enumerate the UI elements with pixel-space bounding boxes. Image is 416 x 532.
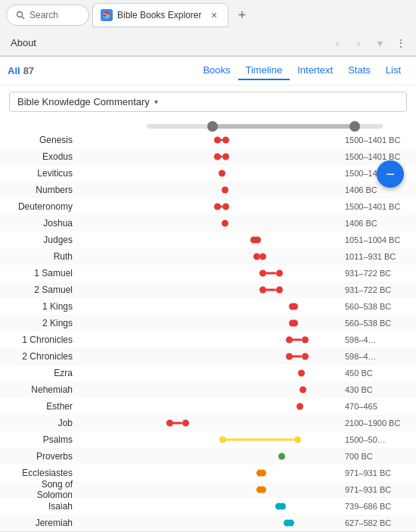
nav-back-button[interactable]: ‹: [328, 34, 346, 52]
dropdown-label: Bible Knowledge Commentary: [17, 96, 150, 107]
book-name-label: Exodus: [3, 151, 79, 162]
tab-stats[interactable]: Stats: [340, 61, 378, 80]
book-name-label: Esther: [3, 401, 79, 412]
slider-fill: [213, 124, 354, 129]
book-name-label: Isaiah: [3, 501, 79, 512]
zoom-out-button[interactable]: −: [377, 160, 404, 188]
timeline-bar-area: [79, 349, 342, 364]
timeline-dot-left: [259, 270, 266, 277]
table-row[interactable]: Numbers1406 BC: [0, 182, 416, 198]
timeline-bar-area: [79, 199, 342, 214]
timeline-bar-area: [79, 232, 342, 247]
timeline-dot-right: [291, 303, 298, 310]
range-slider[interactable]: [147, 124, 383, 129]
active-tab-label: Bible Books Explorer: [117, 10, 203, 20]
search-tab-label: Search: [29, 10, 58, 20]
nav-more-button[interactable]: ⋮: [392, 34, 410, 52]
timeline-bar-area: [79, 399, 342, 414]
timeline-bar-area: [79, 332, 342, 347]
timeline-dot-right: [222, 137, 229, 144]
nav-forward-button[interactable]: ›: [349, 34, 368, 52]
table-row[interactable]: 2 Kings560–538 BC: [0, 315, 416, 331]
book-name-label: Proverbs: [3, 451, 79, 462]
date-label: 1500–50…: [345, 435, 413, 444]
table-row[interactable]: Job2100–1900 BC: [0, 415, 416, 431]
timeline-dot-right: [222, 204, 229, 210]
timeline-dot-right: [259, 487, 266, 493]
timeline-bar-area: [79, 216, 342, 231]
all-filter[interactable]: All 87: [8, 65, 34, 76]
new-tab-button[interactable]: +: [231, 5, 253, 26]
table-row[interactable]: Song of Solomon971–931 BC: [0, 481, 416, 498]
timeline-container[interactable]: − Genesis1500–1401 BCExodus1500–1401 BCL…: [0, 118, 416, 532]
tab-list[interactable]: List: [378, 61, 408, 80]
table-row[interactable]: Nehemiah430 BC: [0, 381, 416, 398]
timeline-dot-left: [278, 453, 285, 460]
table-row[interactable]: Joshua1406 BC: [0, 215, 416, 232]
svg-line-1: [22, 17, 24, 19]
table-row[interactable]: Proverbs700 BC: [0, 448, 416, 465]
timeline-dot-left: [166, 420, 173, 427]
timeline-dot-right: [259, 470, 266, 477]
table-row[interactable]: Genesis1500–1401 BC: [0, 132, 416, 148]
close-tab-button[interactable]: ×: [208, 9, 220, 21]
date-label: 1406 BC: [345, 185, 413, 194]
timeline-bar-area: [79, 299, 342, 314]
search-icon: [16, 11, 25, 20]
search-tab[interactable]: Search: [6, 5, 89, 26]
book-name-label: 2 Kings: [3, 318, 79, 328]
date-label: 739–686 BC: [345, 502, 413, 511]
table-row[interactable]: Ruth1011–931 BC: [0, 248, 416, 265]
tab-intertext[interactable]: Intertext: [290, 61, 340, 80]
tab-books[interactable]: Books: [195, 61, 237, 80]
date-label: 971–931 BC: [345, 468, 413, 478]
active-tab[interactable]: 📚 Bible Books Explorer ×: [92, 3, 228, 27]
timeline-bar-area: [79, 432, 342, 447]
table-row[interactable]: Leviticus1500–1401 BC: [0, 165, 416, 182]
table-row[interactable]: Judges1051–1004 BC: [0, 232, 416, 248]
book-name-label: Deuteronomy: [3, 201, 79, 212]
book-name-label: Judges: [3, 235, 79, 245]
date-label: 598–4…: [345, 352, 413, 361]
table-row[interactable]: Deuteronomy1500–1401 BC: [0, 198, 416, 215]
commentary-dropdown[interactable]: Bible Knowledge Commentary ▾: [9, 92, 407, 112]
timeline-dot-left: [259, 287, 266, 294]
timeline-bar-area: [79, 316, 342, 331]
date-label: 450 BC: [345, 369, 413, 378]
table-row[interactable]: 1 Chronicles598–4…: [0, 331, 416, 348]
table-row[interactable]: Jeremiah627–582 BC: [0, 515, 416, 531]
table-row[interactable]: 2 Chronicles598–4…: [0, 348, 416, 365]
timeline-dot-right: [222, 154, 229, 160]
timeline-bar-area: [79, 382, 342, 397]
table-row[interactable]: Exodus1500–1401 BC: [0, 148, 416, 165]
slider-thumb-right[interactable]: [349, 121, 360, 132]
timeline-dot-left: [214, 154, 221, 160]
book-name-label: Genesis: [3, 135, 79, 145]
timeline-bar-area: [79, 449, 342, 464]
table-row[interactable]: 1 Kings560–538 BC: [0, 298, 416, 315]
slider-thumb-left[interactable]: [207, 121, 218, 132]
table-row[interactable]: Psalms1500–50…: [0, 431, 416, 448]
browser-chrome: Search 📚 Bible Books Explorer × + About …: [0, 0, 416, 57]
book-name-label: Numbers: [3, 185, 79, 195]
timeline-dot-left: [300, 387, 306, 394]
timeline-dot-left: [222, 220, 228, 227]
tab-timeline[interactable]: Timeline: [238, 61, 290, 80]
date-label: 1500–1401 BC: [345, 135, 413, 145]
timeline-bar-area: [79, 149, 342, 164]
all-label: All: [8, 65, 20, 76]
timeline-dot-right: [276, 287, 283, 294]
timeline-bar-area: [79, 515, 342, 530]
table-row[interactable]: Esther470–465: [0, 398, 416, 415]
timeline-dot-left: [296, 403, 303, 410]
table-row[interactable]: 2 Samuel931–722 BC: [0, 282, 416, 298]
table-row[interactable]: Ezra450 BC: [0, 365, 416, 381]
timeline-bar-area: [79, 182, 342, 198]
nav-dropdown-button[interactable]: ▾: [371, 34, 389, 52]
table-row[interactable]: 1 Samuel931–722 BC: [0, 265, 416, 282]
nav-bar: About ‹ › ▾ ⋮: [0, 30, 416, 56]
table-row[interactable]: Isaiah739–686 BC: [0, 498, 416, 515]
timeline-dot-left: [298, 370, 305, 377]
book-name-label: 2 Samuel: [3, 285, 79, 295]
timeline-dot-right: [287, 520, 294, 527]
